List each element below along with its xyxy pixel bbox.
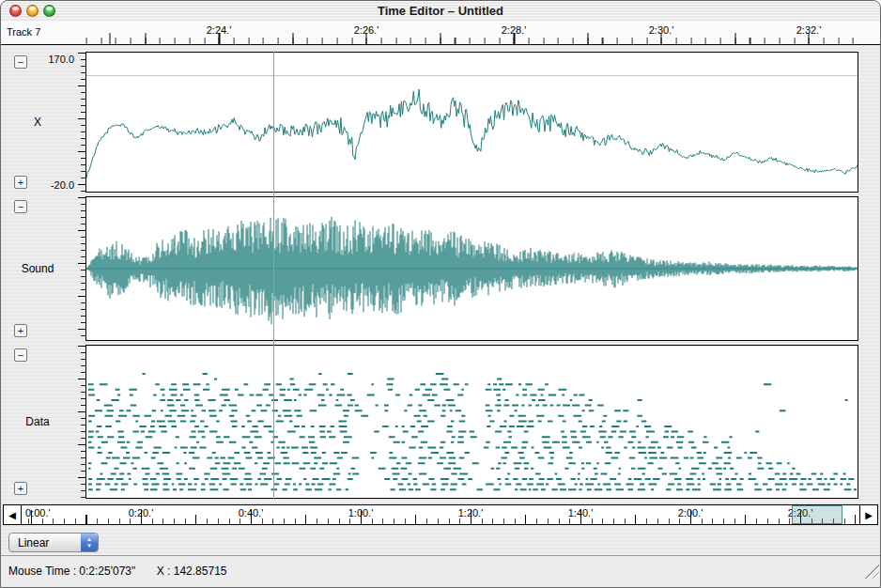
timeline-tick-label: 1:40.' [552, 507, 609, 518]
time-tick-label: 2:30.' [633, 24, 689, 36]
titlebar[interactable]: Time Editor – Untitled [1, 1, 880, 23]
timeline-tick-label: 0:00.' [25, 507, 72, 518]
zoom-out-button[interactable]: − [14, 55, 27, 69]
scale-popup-value: Linear [18, 536, 49, 549]
panel-sound-label: Sound [1, 262, 74, 275]
timeline-tick-label: 0:40.' [223, 507, 279, 518]
status-bar: Mouse Time : 0:2:25'073" X : 142.85715 [1, 555, 880, 588]
zoom-in-button[interactable]: + [14, 324, 27, 337]
top-ruler[interactable]: Track 7 2:24.' 2:26.' 2:28.' 2:30.' 2:32… [1, 22, 880, 45]
resize-grip[interactable] [864, 564, 879, 579]
timeline-tick-label: 1:00.' [332, 507, 389, 518]
timeline-scrollbar: ◀ 0:00.' 0:20.' 0:40.' 1:00.' 1:20.' 1:4… [3, 504, 878, 525]
vertical-axis-ticks [78, 197, 85, 340]
axis-min-label: -20.0 [51, 179, 74, 191]
panel-x-side: − + 170.0 X -20.0 [1, 52, 85, 193]
popup-stepper-icon[interactable]: ▲▼ [81, 534, 98, 551]
timeline-tick-label: 0:20.' [113, 507, 169, 518]
timeline-tick-label: 1:20.' [442, 507, 499, 518]
time-tick-label: 2:24.' [191, 24, 247, 36]
mouse-time-readout: Mouse Time : 0:2:25'073" [8, 565, 135, 578]
status-text: Mouse Time : 0:2:25'073" X : 142.85715 [8, 562, 226, 579]
vertical-axis-ticks [78, 346, 85, 498]
data-track-plot[interactable] [85, 345, 858, 499]
zoom-in-button[interactable]: + [14, 176, 27, 189]
axis-max-label: 170.0 [48, 54, 74, 65]
panel-x-label: X [1, 116, 74, 129]
time-tick-label: 2:28.' [486, 24, 542, 36]
zoom-out-button[interactable]: − [14, 200, 27, 213]
spectrogram-dashes [86, 346, 858, 498]
scroll-right-button[interactable]: ▶ [859, 505, 877, 524]
pitch-trace [86, 53, 858, 192]
sound-track-plot[interactable] [85, 196, 858, 341]
panel-data-side: − + Data [1, 345, 85, 499]
panel-x: − + 170.0 X -20.0 [1, 52, 880, 193]
view-range-indicator[interactable] [792, 505, 842, 524]
waveform [86, 197, 858, 340]
time-editor-window: Time Editor – Untitled Track 7 2:24.' 2:… [0, 0, 881, 588]
zoom-in-button[interactable]: + [14, 482, 27, 495]
timeline-ruler[interactable]: 0:00.' 0:20.' 0:40.' 1:00.' 1:20.' 1:40.… [22, 505, 859, 524]
x-track-plot[interactable] [85, 52, 858, 193]
track-label: Track 7 [7, 26, 40, 38]
x-readout: X : 142.85715 [157, 565, 227, 578]
panel-data-label: Data [1, 415, 74, 428]
panel-sound: − + Sound [1, 196, 880, 341]
scroll-left-button[interactable]: ◀ [4, 505, 22, 524]
scale-popup[interactable]: Linear ▲▼ [8, 533, 99, 552]
panel-sound-side: − + Sound [1, 196, 85, 341]
panel-data: − + Data [1, 345, 880, 499]
zoom-out-button[interactable]: − [14, 348, 27, 362]
timeline-tick-label: 2:00.' [662, 507, 719, 518]
window-title: Time Editor – Untitled [1, 4, 880, 18]
time-tick-label: 2:32.' [781, 24, 837, 36]
time-cursor[interactable] [273, 52, 274, 499]
vertical-axis-ticks [78, 53, 85, 192]
time-tick-label: 2:26.' [338, 24, 394, 36]
